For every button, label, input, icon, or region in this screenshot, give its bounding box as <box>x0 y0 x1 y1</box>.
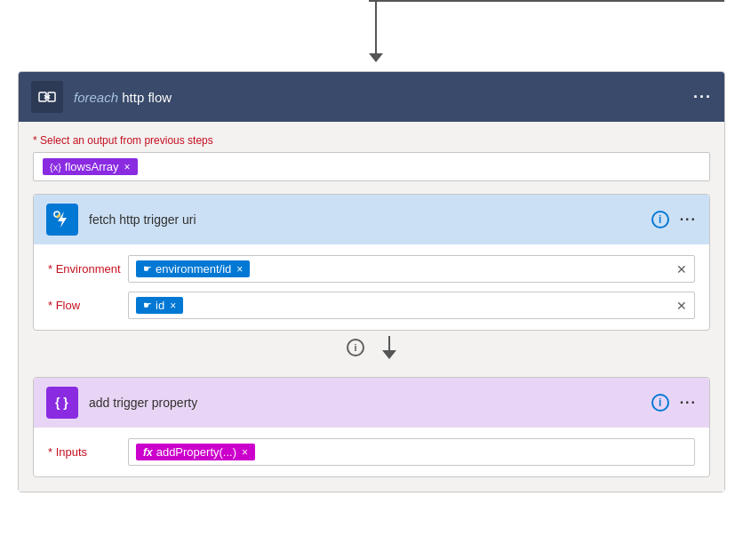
foreach-title: foreach http flow <box>74 90 693 105</box>
environment-clear[interactable]: ✕ <box>676 262 687 276</box>
connector-info-icon[interactable]: i <box>347 339 364 356</box>
svg-text:{ }: { } <box>55 396 68 410</box>
foreach-container: foreach http flow ··· * Select an output… <box>18 71 725 492</box>
foreach-keyword: foreach <box>74 90 118 105</box>
fetch-icon-box: ⚡ <box>46 204 78 236</box>
connector-arrow-wrap <box>382 336 396 359</box>
foreach-dots-menu[interactable]: ··· <box>693 88 712 107</box>
flows-array-tag[interactable]: {x} flowsArray × <box>43 158 138 175</box>
top-vertical-line <box>375 0 377 53</box>
inputs-tag-label: addProperty(...) <box>156 445 236 459</box>
inputs-tags: fx addProperty(...) × <box>136 444 255 460</box>
flow-row: * Flow ☛ id × ✕ <box>48 292 695 319</box>
add-trigger-dots-menu[interactable]: ··· <box>680 395 697 411</box>
inputs-tag-close[interactable]: × <box>242 446 248 459</box>
environment-tag[interactable]: ☛ environment/id × <box>136 260 250 277</box>
foreach-header: foreach http flow ··· <box>19 72 724 122</box>
flows-array-input[interactable]: {x} flowsArray × <box>33 152 710 181</box>
add-trigger-icon: { } <box>52 393 72 412</box>
canvas: foreach http flow ··· * Select an output… <box>0 0 743 560</box>
flow-label: * Flow <box>48 299 128 312</box>
add-trigger-card: { } add trigger property i ··· * Inputs <box>33 377 710 477</box>
flow-tags: ☛ id × <box>136 297 183 314</box>
connector-arrow <box>382 350 396 359</box>
top-horizontal-line <box>369 0 724 2</box>
flow-hand-icon: ☛ <box>143 300 152 311</box>
environment-label: * Environment <box>48 262 128 276</box>
inputs-tag[interactable]: fx addProperty(...) × <box>136 444 255 460</box>
add-trigger-title: add trigger property <box>89 396 651 410</box>
fetch-title: fetch http trigger uri <box>89 212 651 227</box>
top-connector <box>369 0 383 62</box>
fetch-header-icons: i ··· <box>651 211 697 228</box>
flow-tag-close[interactable]: × <box>170 300 176 312</box>
foreach-title-suffix: http flow <box>118 90 172 105</box>
fetch-body: * Environment ☛ environment/id × ✕ <box>34 244 709 330</box>
foreach-icon <box>38 88 56 106</box>
foreach-body: * Select an output from previous steps {… <box>19 122 724 492</box>
top-arrow <box>369 53 383 62</box>
add-trigger-icon-box: { } <box>46 387 78 419</box>
svg-rect-0 <box>39 92 46 101</box>
env-hand-icon: ☛ <box>143 263 152 275</box>
flows-array-close[interactable]: × <box>124 161 131 173</box>
flow-tag-label: id <box>156 299 164 312</box>
add-trigger-header-icons: i ··· <box>651 394 697 412</box>
fetch-icon: ⚡ <box>52 210 72 229</box>
card-connector: i <box>33 331 710 364</box>
add-trigger-info-icon[interactable]: i <box>651 394 669 412</box>
environment-row: * Environment ☛ environment/id × ✕ <box>48 255 695 283</box>
add-trigger-body: * Inputs fx addProperty(...) × <box>34 428 709 476</box>
curly-icon: {x} <box>50 162 61 172</box>
environment-tag-close[interactable]: × <box>236 263 243 276</box>
environment-tag-label: environment/id <box>156 262 231 276</box>
select-output-label: * Select an output from previous steps <box>33 134 710 147</box>
inputs-fx-icon: fx <box>143 446 153 459</box>
connector-line <box>388 336 390 350</box>
flows-array-label: flowsArray <box>65 160 119 173</box>
environment-tags: ☛ environment/id × <box>136 260 250 277</box>
flow-clear[interactable]: ✕ <box>676 299 687 313</box>
environment-input[interactable]: ☛ environment/id × ✕ <box>128 255 695 283</box>
foreach-icon-box <box>31 81 63 113</box>
inputs-input[interactable]: fx addProperty(...) × <box>128 438 695 466</box>
svg-rect-1 <box>48 92 55 101</box>
svg-text:⚡: ⚡ <box>55 212 62 220</box>
fetch-dots-menu[interactable]: ··· <box>680 212 697 228</box>
fetch-header: ⚡ fetch http trigger uri i ··· <box>34 195 709 244</box>
inputs-row: * Inputs fx addProperty(...) × <box>48 438 695 466</box>
inputs-label: * Inputs <box>48 445 128 459</box>
flow-tag[interactable]: ☛ id × <box>136 297 183 314</box>
fetch-info-icon[interactable]: i <box>651 211 669 228</box>
fetch-card: ⚡ fetch http trigger uri i ··· * Environ… <box>33 194 710 331</box>
add-trigger-header: { } add trigger property i ··· <box>34 378 709 428</box>
flow-input[interactable]: ☛ id × ✕ <box>128 292 695 319</box>
